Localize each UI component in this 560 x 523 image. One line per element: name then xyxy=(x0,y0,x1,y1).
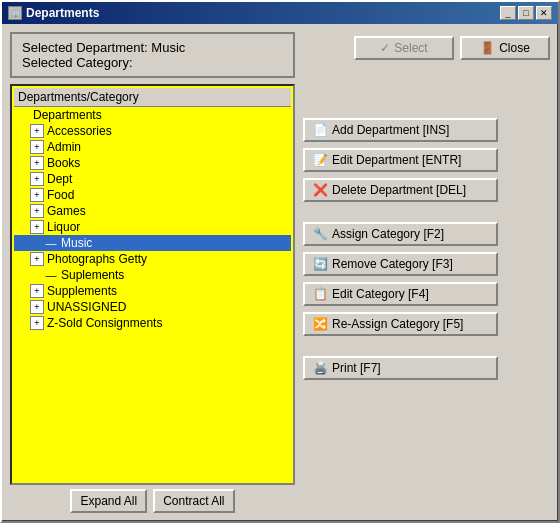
expand-icon[interactable]: + xyxy=(30,124,44,138)
item-label: Books xyxy=(47,156,80,170)
item-label: Dept xyxy=(47,172,72,186)
select-button[interactable]: ✓ Select xyxy=(354,36,454,60)
dash-icon: — xyxy=(44,269,58,281)
list-item[interactable]: + UNASSIGNED xyxy=(14,299,291,315)
list-item[interactable]: + Liquor xyxy=(14,219,291,235)
reassign-cat-icon: 🔀 xyxy=(313,317,328,331)
left-panel: Departments/Category Departments + Acces… xyxy=(10,84,295,513)
add-department-button[interactable]: 📄 Add Department [INS] xyxy=(303,118,498,142)
item-label: Z-Sold Consignments xyxy=(47,316,162,330)
list-item[interactable]: + Photographs Getty xyxy=(14,251,291,267)
close-window-button[interactable]: ✕ xyxy=(536,6,552,20)
edit-category-button[interactable]: 📋 Edit Category [F4] xyxy=(303,282,498,306)
list-item-music[interactable]: — Music xyxy=(14,235,291,251)
list-item[interactable]: + Admin xyxy=(14,139,291,155)
expand-icon[interactable]: + xyxy=(30,284,44,298)
list-item[interactable]: — Suplements xyxy=(14,267,291,283)
bottom-buttons: Expand All Contract All xyxy=(10,489,295,513)
expand-icon[interactable]: + xyxy=(30,316,44,330)
main-area: Departments/Category Departments + Acces… xyxy=(10,84,550,513)
print-label: Print [F7] xyxy=(332,361,381,375)
list-item[interactable]: + Accessories xyxy=(14,123,291,139)
item-label: Accessories xyxy=(47,124,112,138)
list-item[interactable]: + Supplements xyxy=(14,283,291,299)
close-button[interactable]: 🚪 Close xyxy=(460,36,550,60)
window-title: Departments xyxy=(26,6,99,20)
item-label: Food xyxy=(47,188,74,202)
assign-cat-icon: 🔧 xyxy=(313,227,328,241)
selected-category-line: Selected Category: xyxy=(22,55,283,70)
add-dept-label: Add Department [INS] xyxy=(332,123,449,137)
item-label: Supplements xyxy=(47,284,117,298)
delete-department-button[interactable]: ❌ Delete Department [DEL] xyxy=(303,178,498,202)
assign-cat-label: Assign Category [F2] xyxy=(332,227,444,241)
list-item[interactable]: + Dept xyxy=(14,171,291,187)
maximize-button[interactable]: □ xyxy=(518,6,534,20)
tree-header: Departments/Category xyxy=(14,88,291,107)
checkmark-icon: ✓ xyxy=(380,41,390,55)
item-label: Games xyxy=(47,204,86,218)
title-bar-left: 🏢 Departments xyxy=(8,6,99,20)
item-label: Suplements xyxy=(61,268,124,282)
print-icon: 🖨️ xyxy=(313,361,328,375)
title-bar: 🏢 Departments _ □ ✕ xyxy=(2,2,558,24)
delete-dept-icon: ❌ xyxy=(313,183,328,197)
expand-all-label: Expand All xyxy=(80,494,137,508)
item-label: Photographs Getty xyxy=(47,252,147,266)
expand-icon[interactable]: + xyxy=(30,252,44,266)
contract-all-label: Contract All xyxy=(163,494,224,508)
remove-cat-label: Remove Category [F3] xyxy=(332,257,453,271)
tree-container[interactable]: Departments/Category Departments + Acces… xyxy=(10,84,295,485)
window-icon: 🏢 xyxy=(8,6,22,20)
print-button[interactable]: 🖨️ Print [F7] xyxy=(303,356,498,380)
expand-icon[interactable]: + xyxy=(30,172,44,186)
list-item[interactable]: + Games xyxy=(14,203,291,219)
dash-icon: — xyxy=(44,237,58,249)
expand-icon[interactable]: + xyxy=(30,188,44,202)
item-label: Liquor xyxy=(47,220,80,234)
assign-category-button[interactable]: 🔧 Assign Category [F2] xyxy=(303,222,498,246)
edit-dept-icon: 📝 xyxy=(313,153,328,167)
list-item[interactable]: + Z-Sold Consignments xyxy=(14,315,291,331)
add-dept-icon: 📄 xyxy=(313,123,328,137)
edit-dept-label: Edit Department [ENTR] xyxy=(332,153,461,167)
edit-cat-label: Edit Category [F4] xyxy=(332,287,429,301)
selected-department-label: Selected Department: xyxy=(22,40,148,55)
contract-all-button[interactable]: Contract All xyxy=(153,489,234,513)
remove-category-button[interactable]: 🔄 Remove Category [F3] xyxy=(303,252,498,276)
edit-cat-icon: 📋 xyxy=(313,287,328,301)
expand-all-button[interactable]: Expand All xyxy=(70,489,147,513)
departments-root-label: Departments xyxy=(33,108,102,122)
edit-department-button[interactable]: 📝 Edit Department [ENTR] xyxy=(303,148,498,172)
expand-icon[interactable]: + xyxy=(30,220,44,234)
close-icon: 🚪 xyxy=(480,41,495,55)
separator2 xyxy=(303,342,550,350)
item-label: Music xyxy=(61,236,92,250)
separator1 xyxy=(303,208,550,216)
title-buttons: _ □ ✕ xyxy=(500,6,552,20)
delete-dept-label: Delete Department [DEL] xyxy=(332,183,466,197)
select-label: Select xyxy=(394,41,427,55)
tree-root-departments[interactable]: Departments xyxy=(14,107,291,123)
departments-window: 🏢 Departments _ □ ✕ Selected Department:… xyxy=(0,0,560,523)
selected-department-value: Music xyxy=(151,40,185,55)
expand-icon[interactable]: + xyxy=(30,300,44,314)
expand-icon[interactable]: + xyxy=(30,156,44,170)
right-panel: 📄 Add Department [INS] 📝 Edit Department… xyxy=(303,84,550,513)
item-label: UNASSIGNED xyxy=(47,300,126,314)
expand-icon[interactable]: + xyxy=(30,204,44,218)
selected-department-line: Selected Department: Music xyxy=(22,40,283,55)
list-item[interactable]: + Food xyxy=(14,187,291,203)
reassign-category-button[interactable]: 🔀 Re-Assign Category [F5] xyxy=(303,312,498,336)
reassign-cat-label: Re-Assign Category [F5] xyxy=(332,317,463,331)
item-label: Admin xyxy=(47,140,81,154)
list-item[interactable]: + Books xyxy=(14,155,291,171)
info-box: Selected Department: Music Selected Cate… xyxy=(10,32,295,78)
minimize-button[interactable]: _ xyxy=(500,6,516,20)
content-area: Selected Department: Music Selected Cate… xyxy=(2,24,558,521)
selected-category-label: Selected Category: xyxy=(22,55,133,70)
remove-cat-icon: 🔄 xyxy=(313,257,328,271)
close-label: Close xyxy=(499,41,530,55)
expand-icon[interactable]: + xyxy=(30,140,44,154)
